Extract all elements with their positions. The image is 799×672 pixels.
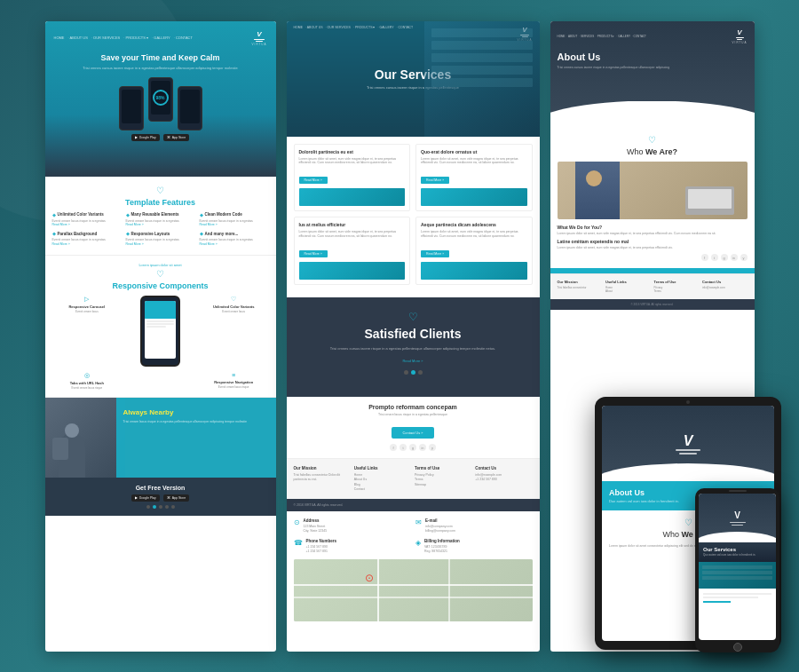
mp-nav-contact[interactable]: · CONTACT	[397, 26, 414, 42]
mp-footer-col-3: Terms of Use Privacy PolicyTermsSitemap	[415, 466, 471, 492]
feature-4-icon: ◈	[52, 231, 56, 236]
logo-letter: V	[257, 30, 261, 38]
rp-nav-services[interactable]: · SERVICES	[579, 35, 594, 38]
feature-3-readmore[interactable]: Read More »	[200, 223, 269, 226]
read-more-link[interactable]: Read More »	[296, 359, 531, 363]
nav-products[interactable]: · PRODUCTS ▾	[123, 36, 148, 40]
dot-5[interactable]	[171, 505, 175, 509]
rp-social-tw[interactable]: t	[711, 254, 718, 261]
mp-footer-col-2-title: Useful Links	[354, 466, 411, 470]
social-gp[interactable]: g	[409, 444, 416, 451]
components-section: Lorem ipsum dolor sit amet ♡ Responsive …	[45, 256, 276, 399]
dot-1[interactable]	[146, 505, 150, 509]
comp-text-4: Evenit ornare lacus risque	[52, 387, 123, 391]
nearby-always: Always	[123, 408, 148, 416]
comp-icon-4: ◎	[52, 372, 123, 379]
rp-social-gp[interactable]: g	[721, 254, 728, 261]
service-1-btn[interactable]: Read More »	[299, 177, 328, 184]
about-who: Who	[627, 147, 644, 156]
nav-gallery[interactable]: · GALLERY	[152, 36, 170, 40]
mp-nav-products[interactable]: · PRODUCTS ▾	[353, 26, 376, 42]
nav-home[interactable]: HOME	[54, 36, 65, 40]
service-4-btn[interactable]: Read More »	[421, 250, 449, 257]
mp-nav-services[interactable]: · OUR SERVICES	[326, 26, 351, 42]
rp-social-fb[interactable]: f	[701, 254, 708, 261]
rp-footer-col-3-title: Terms of Use	[654, 280, 700, 284]
nearby-text: Trisi ornare lacus risque in a egestas p…	[123, 420, 269, 424]
nearby-person-arm	[52, 438, 68, 460]
mp-footer-col-4-text: info@example.com+1 234 567 890	[475, 473, 532, 483]
rp-nav-products[interactable]: · PRODUCTS ▾	[596, 35, 614, 38]
rp-nav-gallery[interactable]: · GALLERY	[616, 35, 629, 38]
comp-title: Responsive Components	[52, 281, 269, 290]
feature-1-readmore[interactable]: Read More »	[52, 223, 122, 226]
service-3-btn[interactable]: Read More »	[299, 250, 328, 257]
tdot-3[interactable]	[418, 370, 423, 375]
tdot-1[interactable]	[404, 370, 408, 375]
mp-footer-col-3-title: Terms of Use	[415, 466, 471, 470]
mp-hero: HOME · ABOUT US · OUR SERVICES · PRODUCT…	[287, 21, 540, 137]
feature-2-readmore[interactable]: Read More »	[126, 223, 195, 226]
nav-contact[interactable]: · CONTACT	[174, 36, 193, 40]
service-2-btn[interactable]: Read More »	[421, 177, 449, 184]
service-1-img	[299, 188, 406, 206]
nav-services[interactable]: · OUR SERVICES	[91, 36, 120, 40]
testimonial-dots	[296, 370, 531, 375]
comp-phone-screen	[145, 301, 176, 359]
satisfied-icon: ♡	[296, 311, 531, 323]
dot-3[interactable]	[159, 505, 162, 509]
left-panel: HOME · ABOUT US · OUR SERVICES · PRODUCT…	[45, 21, 276, 652]
rp-social-yt[interactable]: y	[740, 254, 748, 261]
social-yt[interactable]: y	[429, 444, 436, 451]
rp-footer-col-1: Our Mission Trisi fabellas consectetur	[558, 280, 603, 293]
footer-google-badge[interactable]: ▶ Google Play	[131, 494, 160, 502]
rp-footer-col-1-title: Our Mission	[558, 280, 603, 284]
rp-footer-col-4-text: info@example.com	[702, 286, 748, 289]
nav-about[interactable]: · ABOUT US	[68, 36, 88, 40]
map-road-h-2	[294, 597, 533, 598]
tablet-hero: V	[602, 406, 774, 481]
left-footer: Get Free Version ▶ Google Play ⌘ App Sto…	[45, 478, 276, 516]
google-play-badge[interactable]: ▶ Google Play	[131, 134, 160, 141]
mp-nav-gallery[interactable]: · GALLERY	[378, 26, 394, 42]
feature-5-readmore[interactable]: Read More »	[126, 242, 195, 246]
comp-title-1: Responsive Carousel	[52, 304, 123, 309]
dot-4[interactable]	[165, 505, 169, 509]
footer-apple-icon: ⌘	[167, 496, 170, 500]
map-road-v-2	[448, 559, 450, 621]
feature-6: ◈ And many more... Evenit ornare lacus r…	[200, 231, 269, 246]
dot-2[interactable]	[153, 505, 156, 509]
logo-line-1	[254, 39, 265, 40]
footer-google-label: Google Play	[139, 496, 156, 500]
phone-hero: V	[699, 494, 776, 542]
rp-nav-contact[interactable]: · CONTACT	[632, 35, 646, 38]
app-store-badge[interactable]: ⌘ App Store	[163, 134, 190, 141]
phone-icon: ☎	[294, 539, 303, 547]
phone-home-button[interactable]	[733, 643, 742, 652]
service-3-title: Ius at melius efficietur	[299, 222, 406, 227]
rp-footer-col-4-title: Contact Us	[702, 280, 748, 284]
contact-address: ⊙ Address 123 Main StreetCity, State 123…	[294, 518, 411, 534]
rp-social-li[interactable]: in	[731, 254, 738, 261]
footer-apple-badge[interactable]: ⌘ App Store	[163, 494, 190, 502]
store-badges: ▶ Google Play ⌘ App Store	[54, 134, 267, 141]
main-container: HOME · ABOUT US · OUR SERVICES · PRODUCT…	[0, 0, 799, 672]
rp-nav-about[interactable]: · ABOUT	[567, 35, 578, 38]
social-li[interactable]: in	[419, 444, 426, 451]
rp-footer-col-3-text: PrivacyTerms	[654, 286, 700, 293]
mp-nav-about[interactable]: · ABOUT US	[305, 26, 323, 42]
mp-contact-page: ⊙ Address 123 Main StreetCity, State 123…	[287, 511, 540, 629]
rp-footer-col-4: Contact Us info@example.com	[702, 280, 748, 293]
feature-2-title: ◈ Many Reusable Elements	[126, 212, 195, 217]
laptop	[685, 186, 734, 215]
feature-6-readmore[interactable]: Read More »	[200, 242, 269, 246]
social-fb[interactable]: f	[390, 444, 397, 451]
social-tw[interactable]: t	[400, 444, 407, 451]
tdot-2[interactable]	[411, 370, 415, 375]
nearby-person-head	[65, 423, 79, 438]
feature-4-readmore[interactable]: Read More »	[52, 242, 122, 246]
mp-nav-home[interactable]: HOME	[294, 26, 304, 42]
phone-logo-lines	[730, 522, 746, 526]
rp-nav-home[interactable]: HOME	[558, 35, 566, 38]
contact-us-btn[interactable]: Contact Us »	[392, 427, 433, 439]
